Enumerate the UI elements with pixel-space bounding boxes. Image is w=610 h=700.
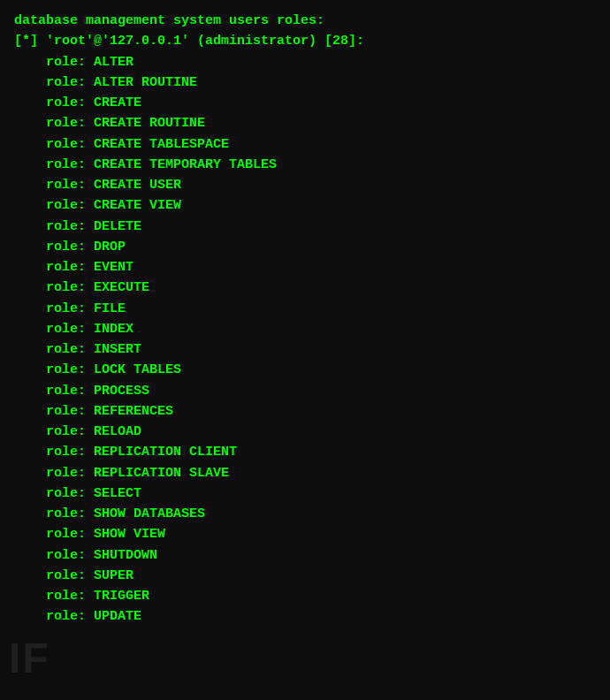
terminal-line: role: REFERENCES [14,401,596,422]
terminal-line: role: CREATE [14,93,596,113]
terminal-line: role: UPDATE [14,606,596,627]
terminal-line: role: TRIGGER [14,586,596,606]
terminal-line: role: EXECUTE [14,278,596,298]
terminal-line: role: SHUTDOWN [14,545,596,566]
terminal-line: role: DROP [14,237,596,257]
terminal-line: role: CREATE TABLESPACE [14,134,596,155]
terminal-line: database management system users roles: [14,11,596,31]
terminal-line: role: RELOAD [14,422,596,442]
watermark: IF [9,634,50,682]
terminal-line: role: CREATE VIEW [14,195,596,216]
terminal-line: role: INSERT [14,339,596,360]
terminal-line: role: ALTER ROUTINE [14,72,596,93]
terminal-line: role: SUPER [14,566,596,586]
terminal-line: role: ALTER [14,52,596,72]
terminal-line: role: SHOW DATABASES [14,504,596,524]
terminal-line: role: DELETE [14,217,596,237]
terminal-line: role: REPLICATION SLAVE [14,463,596,483]
terminal-line: role: INDEX [14,319,596,339]
terminal-line: role: PROCESS [14,381,596,401]
terminal-line: role: CREATE ROUTINE [14,113,596,133]
terminal-line: role: SELECT [14,483,596,504]
terminal-line: role: REPLICATION CLIENT [14,442,596,462]
terminal-line: [*] 'root'@'127.0.0.1' (administrator) [… [14,31,596,51]
terminal-line: role: CREATE USER [14,175,596,195]
terminal-line: role: LOCK TABLES [14,360,596,380]
terminal-line: role: EVENT [14,257,596,278]
terminal-line: role: CREATE TEMPORARY TABLES [14,155,596,175]
terminal-line: role: SHOW VIEW [14,524,596,544]
terminal-line: role: FILE [14,299,596,319]
terminal-output: database management system users roles:[… [14,11,596,628]
